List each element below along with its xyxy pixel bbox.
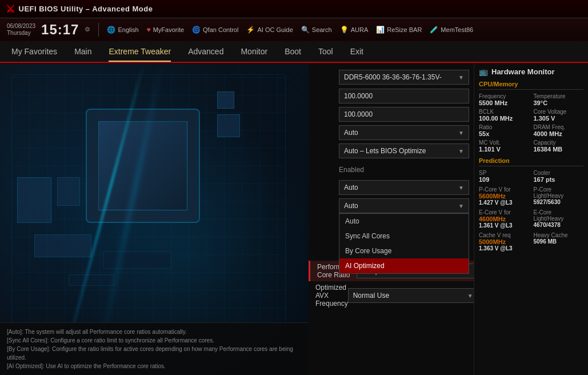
capacity-label-cell: Capacity 16384 MB xyxy=(534,139,584,153)
datetime-bar: 06/08/2023 Thursday 15:17 ⚙ 🌐 English ♥ … xyxy=(0,18,588,41)
corevolt-label-cell: Core Voltage 1.305 V xyxy=(534,109,584,122)
aura-icon: 💡 xyxy=(340,26,349,34)
content-area: [Auto]: The system will adjust all Perfo… xyxy=(0,63,588,375)
pcore-prediction: P-Core V for 5600MHz 1.427 V @L3 P-Core … xyxy=(479,186,583,206)
top-nav: 🌐 English ♥ MyFavorite 🌀 Qfan Control ⚡ … xyxy=(107,26,473,34)
freq1-row: 100.0000 xyxy=(309,87,474,105)
time-display: 15:17 xyxy=(41,22,79,38)
option-sync-all[interactable]: Sync All Cores xyxy=(339,229,469,244)
info-line-2: [Sync All Cores]: Configure a core ratio… xyxy=(7,336,302,345)
prediction-section: Prediction xyxy=(479,157,583,166)
top-nav-myfavorite[interactable]: ♥ MyFavorite xyxy=(147,26,185,34)
cache-heavy-cell: Heavy Cache 5096 MB xyxy=(534,232,584,252)
cache-for-cell: Cache V req 5000MHz 1.363 V @L3 xyxy=(479,232,529,252)
day-display: Thursday xyxy=(7,30,35,37)
top-nav-aioc-label: AI OC Guide xyxy=(257,26,293,33)
english-icon: 🌐 xyxy=(107,26,115,34)
info-bar: [Auto]: The system will adjust all Perfo… xyxy=(0,322,309,375)
nav-advanced[interactable]: Advanced xyxy=(188,42,223,61)
top-nav-resizebar-label: ReSize BAR xyxy=(387,26,422,33)
option-ai-optimized[interactable]: AI Optimized xyxy=(339,258,469,273)
top-nav-resizebar[interactable]: 📊 ReSize BAR xyxy=(376,26,422,34)
bios-title: ⚔ UEFI BIOS Utility – Advanced Mode xyxy=(6,3,153,15)
cache-grid: Cache V req 5000MHz 1.363 V @L3 Heavy Ca… xyxy=(479,232,583,252)
top-nav-search-label: Search xyxy=(312,26,332,33)
freq2-control: 100.0000 xyxy=(339,107,469,122)
ecore-light-cell: E-Core Light/Heavy 4670/4378 xyxy=(534,209,584,229)
cpu-socket xyxy=(86,109,200,223)
top-nav-aura-label: AURA xyxy=(351,26,369,33)
dramfreq-label-cell: DRAM Freq. 4000 MHz xyxy=(534,124,584,137)
enabled-row: Enabled xyxy=(309,160,474,178)
freq2-input[interactable]: 100.0000 xyxy=(339,107,469,122)
hw-monitor-title: 📺 Hardware Monitor xyxy=(479,67,583,76)
aioc-icon: ⚡ xyxy=(246,26,255,34)
auto1-arrow: ▼ xyxy=(458,130,464,136)
top-nav-qfan[interactable]: 🌀 Qfan Control xyxy=(192,26,238,34)
pcore-light-cell: P-Core Light/Heavy 5927/5630 xyxy=(534,186,584,206)
auto2-arrow: ▼ xyxy=(458,185,464,191)
bclk-label-cell: BCLK 100.00 MHz xyxy=(479,109,529,122)
bios-optimize-control: Auto – Lets BIOS Optimize ▼ xyxy=(339,143,469,158)
bios-optimize-dropdown[interactable]: Auto – Lets BIOS Optimize ▼ xyxy=(339,143,469,158)
ratio-label-cell: Ratio 55x xyxy=(479,124,529,137)
qfan-icon: 🌀 xyxy=(192,26,201,34)
ddr5-row: DDR5-6000 36-36-36-76-1.35V- ▼ xyxy=(309,67,474,87)
top-nav-aioc[interactable]: ⚡ AI OC Guide xyxy=(246,26,293,34)
perf-ratio-dropdown-trigger[interactable]: Auto ▼ xyxy=(339,198,469,213)
ecore-prediction: E-Core V for 4600MHz 1.361 V @L3 E-Core … xyxy=(479,209,583,229)
auto2-control: Auto ▼ xyxy=(339,180,469,195)
top-nav-search[interactable]: 🔍 Search xyxy=(301,26,332,34)
center-panel: DDR5-6000 36-36-36-76-1.35V- ▼ 100.0000 … xyxy=(309,63,474,375)
time-settings-icon[interactable]: ⚙ xyxy=(85,26,90,33)
avx-freq-control: Normal Use ▼ xyxy=(348,288,474,303)
freq-label-cell: Frequency 5500 MHz xyxy=(479,93,529,106)
nav-main[interactable]: Main xyxy=(74,42,91,61)
ddr5-dropdown-arrow: ▼ xyxy=(458,74,464,81)
cpu-inner xyxy=(98,121,187,210)
option-auto[interactable]: Auto xyxy=(339,214,469,229)
ecore-grid: E-Core V for 4600MHz 1.361 V @L3 E-Core … xyxy=(479,209,583,229)
resizebar-icon: 📊 xyxy=(376,26,385,34)
temp-label-cell: Temperature 39°C xyxy=(534,93,584,106)
perf-ratio-arrow: ▼ xyxy=(458,203,464,209)
nav-boot[interactable]: Boot xyxy=(285,42,301,61)
auto2-dropdown[interactable]: Auto ▼ xyxy=(339,180,469,195)
cpu-memory-grid: Frequency 5500 MHz Temperature 39°C BCLK… xyxy=(479,93,583,153)
nav-exit[interactable]: Exit xyxy=(350,42,363,61)
myfavorite-icon: ♥ xyxy=(147,26,151,34)
top-nav-aura[interactable]: 💡 AURA xyxy=(340,26,369,34)
enabled-status: Enabled xyxy=(339,166,364,174)
freq1-control: 100.0000 xyxy=(339,89,469,103)
cache-prediction: Cache V req 5000MHz 1.363 V @L3 Heavy Ca… xyxy=(479,232,583,252)
cpu-memory-section: CPU/Memory xyxy=(479,81,583,90)
avx-freq-dropdown[interactable]: Normal Use ▼ xyxy=(348,288,474,303)
left-panel: [Auto]: The system will adjust all Perfo… xyxy=(0,63,309,375)
pcore-grid: P-Core V for 5600MHz 1.427 V @L3 P-Core … xyxy=(479,186,583,206)
ddr5-control: DDR5-6000 36-36-36-76-1.35V- ▼ xyxy=(339,70,469,85)
info-line-3: [By Core Usage]: Configure the ratio lim… xyxy=(7,345,302,362)
pcore-for-cell: P-Core V for 5600MHz 1.427 V @L3 xyxy=(479,186,529,206)
info-line-1: [Auto]: The system will adjust all Perfo… xyxy=(7,328,302,336)
bios-optimize-row: Auto – Lets BIOS Optimize ▼ xyxy=(309,142,474,160)
info-line-4: [AI Optimized]: Use AI to optimize the P… xyxy=(7,362,302,370)
freq1-input[interactable]: 100.0000 xyxy=(339,89,469,103)
divider xyxy=(98,23,99,37)
auto1-row: Auto ▼ xyxy=(309,123,474,142)
top-nav-memtest[interactable]: 🧪 MemTest86 xyxy=(430,26,473,34)
top-nav-english[interactable]: 🌐 English xyxy=(107,26,138,34)
ddr5-dropdown[interactable]: DDR5-6000 36-36-36-76-1.35V- ▼ xyxy=(339,70,469,85)
hw-monitor-icon: 📺 xyxy=(479,67,488,76)
sp-cooler-grid: SP 109 Cooler 167 pts xyxy=(479,170,583,183)
freq2-row: 100.0000 xyxy=(309,105,474,123)
nav-extreme-tweaker[interactable]: Extreme Tweaker xyxy=(109,42,171,62)
avx-freq-row: Optimized AVX Frequency Normal Use ▼ xyxy=(309,281,474,310)
ecore-for-cell: E-Core V for 4600MHz 1.361 V @L3 xyxy=(479,209,529,229)
auto-open-row: Auto ▼ Auto Sync All Cores By Core Usage… xyxy=(309,197,474,215)
nav-myfavorites[interactable]: My Favorites xyxy=(11,42,57,61)
cooler-cell: Cooler 167 pts xyxy=(534,170,584,183)
nav-monitor[interactable]: Monitor xyxy=(241,42,267,61)
option-by-core[interactable]: By Core Usage xyxy=(339,244,469,258)
auto1-dropdown[interactable]: Auto ▼ xyxy=(339,125,469,140)
nav-tool[interactable]: Tool xyxy=(318,42,333,61)
